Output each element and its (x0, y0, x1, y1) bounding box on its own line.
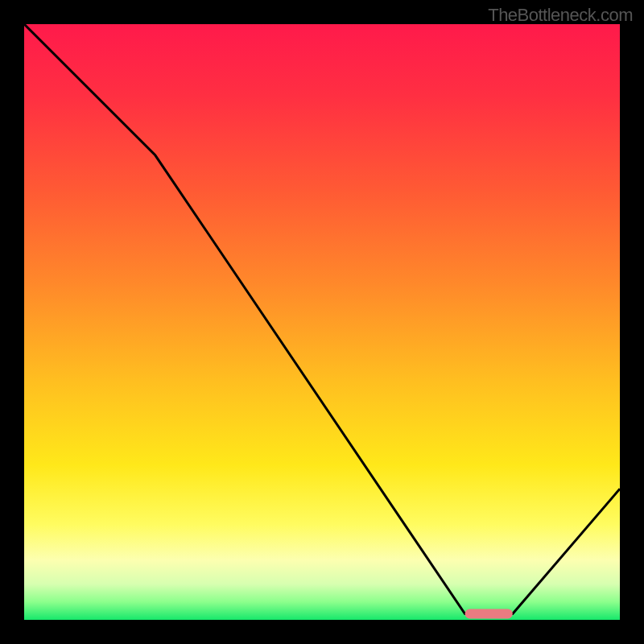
watermark-text: TheBottleneck.com (488, 5, 633, 26)
optimal-marker (465, 609, 513, 619)
plot-area (24, 24, 620, 620)
chart-frame: TheBottleneck.com (0, 0, 644, 644)
bottleneck-chart (24, 24, 620, 620)
